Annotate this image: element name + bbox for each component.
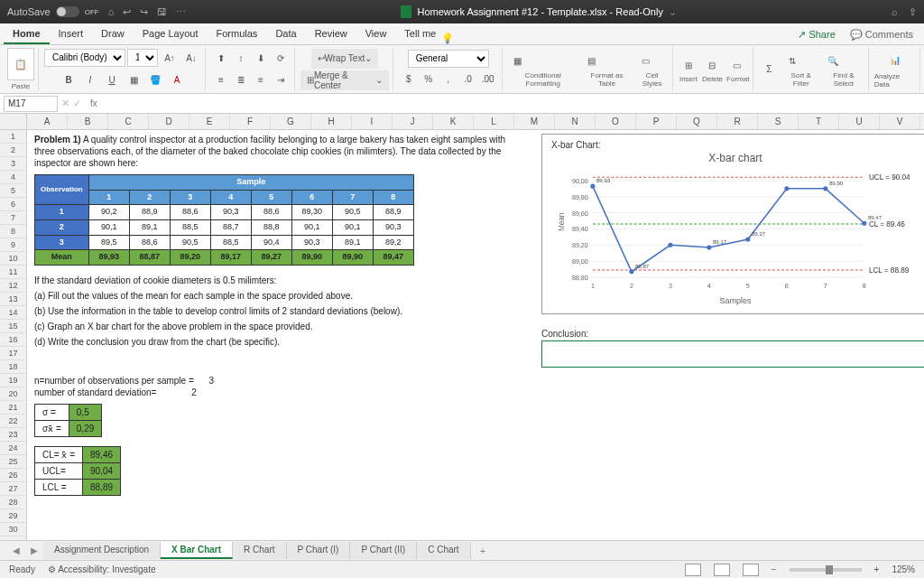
row-header[interactable]: 24	[0, 442, 26, 455]
cell-styles-icon[interactable]: ▭	[635, 51, 655, 71]
zoom-out-icon[interactable]: −	[772, 564, 777, 574]
wrap-text-button[interactable]: ↩ Wrap Text ⌄	[311, 49, 379, 69]
conclusion-input[interactable]	[541, 340, 924, 368]
indent-icon[interactable]: ⇥	[271, 70, 291, 90]
font-color-icon[interactable]: A	[167, 70, 187, 90]
zoom-level[interactable]: 125%	[892, 564, 915, 574]
layout-view-icon[interactable]	[714, 564, 730, 576]
row-header[interactable]: 10	[0, 252, 26, 266]
sheet-tab[interactable]: C Chart	[417, 542, 470, 559]
autosave-toggle[interactable]	[56, 6, 79, 17]
row-header[interactable]: 29	[0, 509, 26, 523]
row-header[interactable]: 23	[0, 428, 26, 442]
tab-data[interactable]: Data	[266, 24, 305, 44]
name-box[interactable]: M17	[4, 96, 58, 112]
col-header[interactable]: K	[433, 114, 474, 129]
format-icon[interactable]: ▭	[726, 55, 746, 75]
row-header[interactable]: 9	[0, 238, 26, 252]
dec-dec-icon[interactable]: .00	[478, 70, 498, 89]
col-header[interactable]: T	[799, 114, 839, 129]
save-icon[interactable]: 🖫	[157, 6, 167, 18]
share-button[interactable]: ↗ Share	[790, 25, 842, 44]
col-header[interactable]: V	[880, 114, 920, 129]
enter-icon[interactable]: ✓	[73, 98, 81, 109]
row-header[interactable]: 19	[0, 374, 26, 387]
worksheet[interactable]: ABCDEFGHIJKLMNOPQRSTUV 12345678910111213…	[0, 114, 924, 540]
row-header[interactable]: 7	[0, 211, 26, 225]
row-header[interactable]: 11	[0, 266, 26, 279]
tab-home[interactable]: Home	[4, 24, 50, 44]
row-header[interactable]: 2	[0, 144, 26, 157]
row-header[interactable]: 14	[0, 306, 26, 320]
col-header[interactable]: I	[352, 114, 393, 129]
col-header[interactable]: R	[717, 114, 758, 129]
col-header[interactable]: D	[149, 114, 189, 129]
grow-font-icon[interactable]: A↑	[160, 49, 180, 69]
col-header[interactable]: G	[271, 114, 311, 129]
select-all-corner[interactable]	[0, 114, 27, 129]
comments-button[interactable]: 💬 Comments	[843, 25, 920, 44]
row-header[interactable]: 15	[0, 320, 26, 333]
sheet-tab[interactable]: P Chart (II)	[350, 542, 417, 559]
fx-icon[interactable]: fx	[90, 98, 97, 108]
paste-button[interactable]: 📋	[7, 48, 34, 80]
col-header[interactable]: A	[27, 114, 68, 129]
find-icon[interactable]: 🔍	[823, 51, 843, 71]
number-format-select[interactable]: General	[408, 50, 489, 68]
sheet-tab[interactable]: X Bar Chart	[161, 542, 233, 559]
row-header[interactable]: 25	[0, 455, 26, 469]
row-header[interactable]: 5	[0, 184, 26, 198]
row-header[interactable]: 27	[0, 482, 26, 496]
italic-button[interactable]: I	[80, 70, 100, 90]
insert-icon[interactable]: ⊞	[679, 55, 698, 75]
next-sheet-icon[interactable]: ▶	[25, 545, 43, 555]
col-header[interactable]: C	[108, 114, 149, 129]
align-bot-icon[interactable]: ⬇	[251, 49, 271, 69]
xbar-chart[interactable]: X-bar Chart: X-bar chart 88,8089,0089,20…	[541, 134, 924, 314]
zoom-in-icon[interactable]: +	[874, 564, 880, 574]
col-header[interactable]: Q	[677, 114, 717, 129]
delete-icon[interactable]: ⊟	[702, 55, 722, 75]
zoom-slider[interactable]	[790, 568, 862, 572]
row-header[interactable]: 8	[0, 225, 26, 238]
row-header[interactable]: 3	[0, 157, 26, 171]
col-header[interactable]: S	[758, 114, 799, 129]
comma-icon[interactable]: ,	[439, 70, 458, 89]
row-header[interactable]: 4	[0, 171, 26, 184]
sort-icon[interactable]: ⇅	[782, 51, 802, 71]
share-icon[interactable]: ⇪	[909, 6, 917, 18]
merge-button[interactable]: ⊞ Merge & Center ⌄	[300, 70, 389, 90]
row-header[interactable]: 31	[0, 536, 26, 540]
col-header[interactable]: H	[311, 114, 352, 129]
formula-input[interactable]	[103, 96, 924, 112]
row-header[interactable]: 6	[0, 198, 26, 211]
font-select[interactable]: Calibri (Body)	[44, 49, 125, 67]
row-header[interactable]: 28	[0, 496, 26, 509]
col-header[interactable]: M	[514, 114, 555, 129]
col-header[interactable]: B	[68, 114, 108, 129]
underline-button[interactable]: U	[102, 70, 122, 90]
col-header[interactable]: J	[393, 114, 433, 129]
col-header[interactable]: U	[839, 114, 880, 129]
shrink-font-icon[interactable]: A↓	[181, 49, 201, 69]
orient-icon[interactable]: ⟳	[271, 49, 291, 69]
more-icon[interactable]: ⋯	[176, 6, 186, 18]
tab-tell-me[interactable]: Tell me	[395, 24, 445, 44]
tab-page-layout[interactable]: Page Layout	[134, 24, 208, 44]
home-icon[interactable]: ⌂	[108, 6, 115, 18]
chevron-down-icon[interactable]: ⌄	[669, 6, 677, 18]
sheet-tab[interactable]: Assignment Description	[43, 542, 161, 559]
autosum-icon[interactable]: Σ	[759, 60, 779, 79]
add-sheet-icon[interactable]: +	[471, 545, 494, 556]
tab-draw[interactable]: Draw	[92, 24, 134, 44]
percent-icon[interactable]: %	[419, 70, 439, 89]
tab-view[interactable]: View	[356, 24, 396, 44]
row-header[interactable]: 21	[0, 401, 26, 415]
accessibility-status[interactable]: ⚙ Accessibility: Investigate	[48, 564, 156, 574]
align-top-icon[interactable]: ⬆	[211, 49, 231, 69]
currency-icon[interactable]: $	[399, 70, 419, 89]
row-header[interactable]: 22	[0, 415, 26, 428]
sheet-tab[interactable]: P Chart (I)	[287, 542, 351, 559]
row-header[interactable]: 1	[0, 130, 26, 144]
tab-formulas[interactable]: Formulas	[208, 24, 267, 44]
